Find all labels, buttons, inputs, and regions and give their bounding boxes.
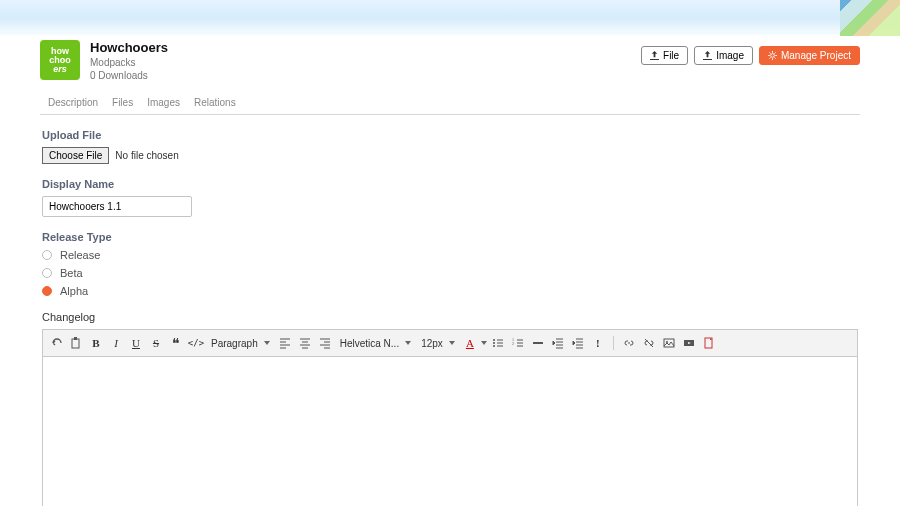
align-center-button[interactable]	[296, 334, 314, 352]
svg-point-3	[493, 339, 495, 341]
unlink-button[interactable]	[640, 334, 658, 352]
radio-icon	[42, 286, 52, 296]
undo-button[interactable]	[47, 334, 65, 352]
image-button-label: Image	[716, 50, 744, 61]
dropdown-label: 12px	[421, 338, 443, 349]
radio-icon	[42, 268, 52, 278]
align-right-button[interactable]	[316, 334, 334, 352]
dropdown-label: Paragraph	[211, 338, 258, 349]
rich-text-editor: B I U S ❝ </> Paragraph Helvetica N... 1…	[42, 329, 858, 506]
svg-text:2: 2	[512, 341, 514, 346]
changelog-label: Changelog	[42, 311, 858, 323]
chevron-down-icon	[264, 341, 270, 345]
editor-toolbar: B I U S ❝ </> Paragraph Helvetica N... 1…	[43, 330, 857, 357]
paragraph-dropdown[interactable]: Paragraph	[207, 338, 274, 349]
project-downloads: 0 Downloads	[90, 70, 168, 81]
gear-icon	[768, 51, 777, 60]
align-left-button[interactable]	[276, 334, 294, 352]
release-type-label: Release Type	[42, 231, 858, 243]
banner-sprite	[840, 0, 900, 36]
image-button[interactable]: Image	[694, 46, 753, 65]
display-name-input[interactable]	[42, 196, 192, 217]
svg-point-4	[493, 342, 495, 344]
code-button[interactable]: </>	[187, 334, 205, 352]
chevron-down-icon	[449, 341, 455, 345]
project-avatar[interactable]: how choo ers	[40, 40, 80, 80]
display-name-label: Display Name	[42, 178, 858, 190]
svg-rect-2	[74, 337, 77, 340]
file-button-label: File	[663, 50, 679, 61]
radio-icon	[42, 250, 52, 260]
radio-label: Release	[60, 249, 100, 261]
project-category: Modpacks	[90, 57, 168, 68]
textcolor-button[interactable]: A	[461, 334, 479, 352]
separator	[613, 336, 614, 350]
radio-label: Alpha	[60, 285, 88, 297]
tab-relations[interactable]: Relations	[194, 97, 236, 108]
project-tabs: Description Files Images Relations	[40, 91, 860, 115]
important-button[interactable]: !	[589, 334, 607, 352]
outdent-button[interactable]	[549, 334, 567, 352]
upload-icon	[650, 51, 659, 60]
avatar-text: ers	[53, 65, 67, 74]
bold-button[interactable]: B	[87, 334, 105, 352]
font-dropdown[interactable]: Helvetica N...	[336, 338, 415, 349]
project-header: how choo ers Howchooers Modpacks 0 Downl…	[40, 36, 860, 91]
video-button[interactable]	[680, 334, 698, 352]
file-button[interactable]: File	[641, 46, 688, 65]
tab-description[interactable]: Description	[48, 97, 98, 108]
underline-button[interactable]: U	[127, 334, 145, 352]
upload-file-label: Upload File	[42, 129, 858, 141]
link-button[interactable]	[620, 334, 638, 352]
tab-files[interactable]: Files	[112, 97, 133, 108]
release-option-alpha[interactable]: Alpha	[42, 285, 858, 297]
indent-button[interactable]	[569, 334, 587, 352]
upload-icon	[703, 51, 712, 60]
ol-button[interactable]: 12	[509, 334, 527, 352]
radio-label: Beta	[60, 267, 83, 279]
dropdown-label: Helvetica N...	[340, 338, 399, 349]
choose-file-button[interactable]: Choose File	[42, 147, 109, 164]
project-title: Howchooers	[90, 40, 168, 55]
svg-rect-1	[72, 339, 79, 348]
no-file-text: No file chosen	[115, 150, 178, 161]
ul-button[interactable]	[489, 334, 507, 352]
quote-button[interactable]: ❝	[167, 334, 185, 352]
chevron-down-icon	[405, 341, 411, 345]
chevron-down-icon[interactable]	[481, 341, 487, 345]
editor-body[interactable]	[43, 357, 857, 506]
fontsize-dropdown[interactable]: 12px	[417, 338, 459, 349]
release-type-group: Release Beta Alpha	[42, 249, 858, 297]
svg-point-5	[493, 345, 495, 347]
manage-project-button[interactable]: Manage Project	[759, 46, 860, 65]
manage-button-label: Manage Project	[781, 50, 851, 61]
attachment-button[interactable]	[700, 334, 718, 352]
tab-images[interactable]: Images	[147, 97, 180, 108]
release-option-beta[interactable]: Beta	[42, 267, 858, 279]
paste-button[interactable]	[67, 334, 85, 352]
hr-button[interactable]	[529, 334, 547, 352]
image-button[interactable]	[660, 334, 678, 352]
italic-button[interactable]: I	[107, 334, 125, 352]
strikethrough-button[interactable]: S	[147, 334, 165, 352]
banner-background	[0, 0, 900, 36]
svg-rect-8	[664, 339, 674, 347]
release-option-release[interactable]: Release	[42, 249, 858, 261]
svg-point-0	[771, 54, 775, 58]
